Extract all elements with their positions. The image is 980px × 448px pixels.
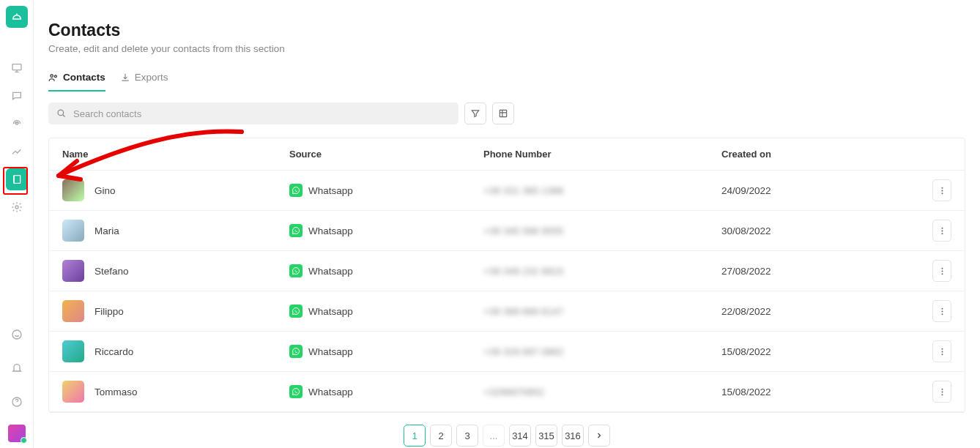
search-wrap — [48, 102, 459, 124]
nav-dashboard[interactable] — [6, 57, 28, 79]
name-cell: Stefano — [62, 260, 289, 282]
svg-point-8 — [58, 110, 64, 116]
page-ellipsis: ... — [483, 425, 505, 447]
name-cell: Maria — [62, 220, 289, 242]
row-menu-button[interactable] — [932, 220, 951, 242]
tab-exports[interactable]: Exports — [120, 72, 168, 92]
page-2[interactable]: 2 — [430, 425, 452, 447]
phone-cell: +39 329 697 0882 — [483, 346, 721, 357]
svg-point-22 — [941, 348, 943, 349]
nav-broadcast[interactable] — [6, 113, 28, 135]
nav-contacts[interactable] — [6, 168, 28, 190]
action-cell — [907, 340, 951, 362]
svg-rect-0 — [12, 64, 21, 70]
svg-point-4 — [12, 330, 21, 339]
filter-button[interactable] — [464, 102, 486, 124]
contact-name: Filippo — [94, 306, 124, 317]
columns-button[interactable] — [492, 102, 514, 124]
contact-avatar — [62, 260, 84, 282]
source-cell: Whatsapp — [289, 264, 483, 277]
page-1[interactable]: 1 — [404, 425, 426, 447]
contact-avatar — [62, 381, 84, 403]
table-row[interactable]: Stefano Whatsapp +39 349 232 9815 27/08/… — [49, 251, 965, 291]
whatsapp-icon — [289, 345, 302, 358]
svg-rect-9 — [500, 110, 506, 116]
page-3[interactable]: 3 — [456, 425, 478, 447]
nav-help[interactable] — [6, 391, 28, 413]
source-cell: Whatsapp — [289, 345, 483, 358]
svg-rect-2 — [14, 176, 21, 184]
cloche-icon — [10, 10, 23, 23]
nav-notifications[interactable] — [6, 357, 28, 379]
table-row[interactable]: Tommaso Whatsapp +3296970852 15/08/2022 — [49, 372, 965, 412]
nav-chat[interactable] — [6, 85, 28, 107]
dots-vertical-icon — [941, 186, 943, 195]
action-cell — [907, 260, 951, 282]
name-cell: Gino — [62, 179, 289, 201]
gear-icon — [11, 201, 23, 213]
svg-point-20 — [941, 310, 943, 312]
name-cell: Filippo — [62, 300, 289, 322]
action-cell — [907, 220, 951, 242]
source-cell: Whatsapp — [289, 385, 483, 398]
toolbar — [48, 102, 965, 124]
svg-point-26 — [941, 391, 943, 392]
contacts-table: Name Source Phone Number Created on Gino… — [48, 138, 965, 413]
dots-vertical-icon — [941, 266, 943, 276]
page-315[interactable]: 315 — [535, 425, 557, 447]
source-label: Whatsapp — [308, 387, 353, 397]
page-314[interactable]: 314 — [509, 425, 531, 447]
book-icon — [11, 173, 23, 185]
broadcast-icon — [11, 118, 23, 130]
download-icon — [120, 72, 130, 83]
source-label: Whatsapp — [308, 185, 353, 196]
contact-name: Stefano — [94, 266, 129, 277]
row-menu-button[interactable] — [932, 381, 951, 403]
created-cell: 27/08/2022 — [721, 266, 907, 277]
nav-analytics[interactable] — [6, 141, 28, 163]
col-created: Created on — [721, 149, 907, 160]
source-label: Whatsapp — [308, 225, 353, 236]
bell-icon — [11, 362, 23, 374]
svg-point-12 — [941, 193, 943, 194]
table-row[interactable]: Gino Whatsapp +39 331 365 1388 24/09/202… — [49, 171, 965, 211]
svg-point-11 — [941, 190, 943, 191]
search-input[interactable] — [48, 102, 459, 124]
table-row[interactable]: Riccardo Whatsapp +39 329 697 0882 15/08… — [49, 332, 965, 372]
contact-name: Maria — [94, 225, 119, 236]
help-icon — [11, 396, 23, 408]
chevron-right-icon — [595, 431, 604, 440]
dots-vertical-icon — [941, 226, 943, 236]
user-avatar[interactable] — [8, 425, 26, 442]
page-next[interactable] — [588, 425, 610, 447]
svg-point-15 — [941, 233, 943, 234]
action-cell — [907, 300, 951, 322]
created-cell: 24/09/2022 — [721, 185, 907, 196]
table-header: Name Source Phone Number Created on — [49, 138, 965, 171]
row-menu-button[interactable] — [932, 300, 951, 322]
main-content: Contacts Create, edit and delete your co… — [34, 0, 980, 448]
svg-point-23 — [941, 351, 943, 352]
contact-name: Riccardo — [94, 346, 133, 357]
row-menu-button[interactable] — [932, 340, 951, 362]
svg-point-10 — [941, 187, 943, 188]
sidebar-bottom — [6, 324, 28, 442]
row-menu-button[interactable] — [932, 260, 951, 282]
sidebar — [0, 0, 34, 448]
name-cell: Riccardo — [62, 340, 289, 362]
name-cell: Tommaso — [62, 381, 289, 403]
svg-point-7 — [54, 75, 56, 77]
table-row[interactable]: Filippo Whatsapp +39 389 669 6147 22/08/… — [49, 291, 965, 332]
svg-point-24 — [941, 354, 943, 355]
svg-point-25 — [941, 388, 943, 389]
nav-whatsapp[interactable] — [6, 324, 28, 346]
page-subtitle: Create, edit and delete your contacts fr… — [48, 43, 965, 54]
source-label: Whatsapp — [308, 306, 353, 317]
search-icon — [56, 108, 67, 119]
table-row[interactable]: Maria Whatsapp +39 345 586 9555 30/08/20… — [49, 211, 965, 251]
tab-contacts[interactable]: Contacts — [48, 72, 105, 92]
page-316[interactable]: 316 — [562, 425, 584, 447]
nav-settings[interactable] — [6, 196, 28, 218]
contact-name: Gino — [94, 185, 116, 196]
row-menu-button[interactable] — [932, 179, 951, 201]
